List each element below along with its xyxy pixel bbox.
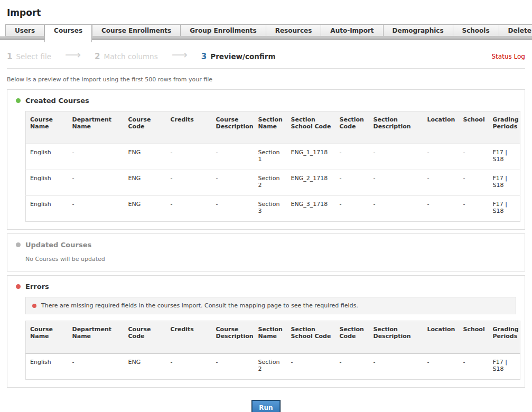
created-courses-table: Course NameDepartment NameCourse CodeCre… xyxy=(25,111,520,222)
table-header-row: Course NameDepartment NameCourse CodeCre… xyxy=(26,321,520,354)
table-cell: - xyxy=(459,144,489,170)
table-cell: - xyxy=(212,144,254,170)
table-cell: F17 | S18 xyxy=(489,144,520,170)
table-cell: - xyxy=(423,144,459,170)
table-cell: ENG xyxy=(124,196,166,222)
table-cell: - xyxy=(166,144,212,170)
table-cell: - xyxy=(459,170,489,196)
table-cell: English xyxy=(26,196,68,222)
table-cell: - xyxy=(212,196,254,222)
column-header-section-code: Section Code xyxy=(335,111,369,144)
created-courses-header: Created Courses xyxy=(16,97,516,105)
step-label: Preview/confirm xyxy=(210,52,275,61)
table-cell: - xyxy=(212,354,254,380)
table-row: English-ENG--Section 3ENG_3_1718----F17 … xyxy=(26,196,520,222)
table-cell: - xyxy=(335,144,369,170)
column-header-location: Location xyxy=(423,321,459,354)
table-cell: - xyxy=(369,144,423,170)
table-cell: Section 2 xyxy=(254,170,287,196)
run-button[interactable]: Run xyxy=(252,400,279,412)
table-cell: Section 3 xyxy=(254,196,287,222)
step-number: 3 xyxy=(201,52,207,61)
column-header-section-description: Section Description xyxy=(369,321,423,354)
tab-delete[interactable]: Delete xyxy=(499,24,532,36)
step-number: 2 xyxy=(95,52,100,61)
column-header-school: School xyxy=(459,321,489,354)
tab-schools[interactable]: Schools xyxy=(453,24,499,36)
table-cell: English xyxy=(26,170,68,196)
column-header-grading-periods: Grading Periods xyxy=(489,321,520,354)
table-cell: - xyxy=(68,144,124,170)
error-message-text: There are missing required fields in the… xyxy=(41,302,358,309)
run-row: Run xyxy=(0,391,532,412)
wizard-step-select-file: 1Select file xyxy=(7,52,51,61)
table-cell: Section 2 xyxy=(254,354,287,380)
step-arrow-icon: ⟶ xyxy=(65,50,81,61)
created-courses-title: Created Courses xyxy=(25,97,89,105)
tab-list: UsersCoursesCourse EnrollmentsGroup Enro… xyxy=(5,24,532,42)
table-cell: ENG xyxy=(124,144,166,170)
preview-note: Below is a preview of the import using t… xyxy=(0,69,532,89)
table-cell: ENG_2_1718 xyxy=(287,170,335,196)
column-header-course-description: Course Description xyxy=(212,321,254,354)
column-header-section-school-code: Section School Code xyxy=(287,111,335,144)
table-cell: - xyxy=(423,196,459,222)
errors-header: Errors xyxy=(16,283,516,291)
table-header-row: Course NameDepartment NameCourse CodeCre… xyxy=(26,111,520,144)
updated-courses-title: Updated Courses xyxy=(25,241,91,249)
column-header-section-school-code: Section School Code xyxy=(287,321,335,354)
table-cell: - xyxy=(335,170,369,196)
table-cell: - xyxy=(68,196,124,222)
table-cell: - xyxy=(459,354,489,380)
column-header-section-name: Section Name xyxy=(254,321,287,354)
table-cell: - xyxy=(335,354,369,380)
step-number: 1 xyxy=(7,52,12,61)
table-cell: - xyxy=(287,354,335,380)
table-cell: - xyxy=(166,170,212,196)
tab-course-enrollments[interactable]: Course Enrollments xyxy=(92,24,181,36)
step-label: Select file xyxy=(16,52,51,61)
column-header-course-name: Course Name xyxy=(26,321,68,354)
table-cell: F17 | S18 xyxy=(489,354,520,380)
errors-status-dot-icon xyxy=(16,284,21,289)
table-cell: - xyxy=(68,354,124,380)
updated-courses-header: Updated Courses xyxy=(16,241,516,249)
wizard-steps: 1Select file⟶2Match columns⟶3Preview/con… xyxy=(7,51,492,62)
table-cell: - xyxy=(335,196,369,222)
table-cell: - xyxy=(212,170,254,196)
created-courses-panel: Created Courses Course NameDepartment Na… xyxy=(7,89,525,230)
column-header-course-name: Course Name xyxy=(26,111,68,144)
updated-courses-panel: Updated Courses No Courses will be updat… xyxy=(7,233,525,271)
table-cell: Section 1 xyxy=(254,144,287,170)
table-cell: - xyxy=(459,196,489,222)
column-header-location: Location xyxy=(423,111,459,144)
errors-table: Course NameDepartment NameCourse CodeCre… xyxy=(25,321,520,380)
column-header-department-name: Department Name xyxy=(68,321,124,354)
tab-resources[interactable]: Resources xyxy=(266,24,322,36)
wizard-row: 1Select file⟶2Match columns⟶3Preview/con… xyxy=(0,40,532,67)
column-header-course-code: Course Code xyxy=(124,321,166,354)
page-title: Import xyxy=(0,0,532,24)
table-cell: ENG xyxy=(124,354,166,380)
table-cell: - xyxy=(423,170,459,196)
import-page: Import UsersCoursesCourse EnrollmentsGro… xyxy=(0,0,532,412)
tab-courses[interactable]: Courses xyxy=(44,24,92,42)
wizard-step-preview-confirm: 3Preview/confirm xyxy=(201,52,276,61)
table-row: English-ENG--Section 2-----F17 | S18 xyxy=(26,354,520,380)
table-cell: F17 | S18 xyxy=(489,170,520,196)
column-header-course-description: Course Description xyxy=(212,111,254,144)
tab-auto-import[interactable]: Auto-Import xyxy=(321,24,383,36)
updated-status-dot-icon xyxy=(16,242,21,247)
step-arrow-icon: ⟶ xyxy=(172,50,188,61)
table-cell: F17 | S18 xyxy=(489,196,520,222)
tab-users[interactable]: Users xyxy=(5,24,44,36)
table-cell: ENG_1_1718 xyxy=(287,144,335,170)
tab-group-enrollments[interactable]: Group Enrollments xyxy=(181,24,266,36)
status-log-link[interactable]: Status Log xyxy=(492,53,526,60)
column-header-department-name: Department Name xyxy=(68,111,124,144)
step-label: Match columns xyxy=(104,52,157,61)
tab-demographics[interactable]: Demographics xyxy=(384,24,453,36)
table-cell: ENG xyxy=(124,170,166,196)
table-cell: - xyxy=(369,196,423,222)
column-header-school: School xyxy=(459,111,489,144)
